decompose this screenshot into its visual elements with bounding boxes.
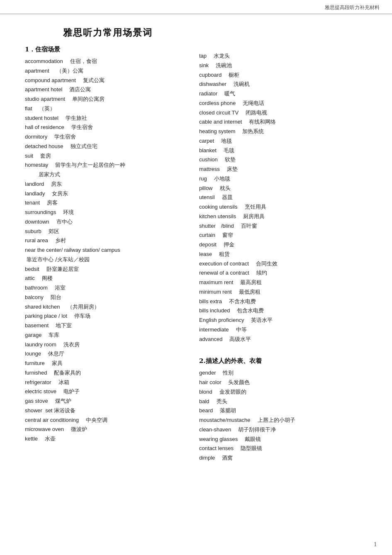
list-item: blanket 毛毯 — [199, 146, 377, 156]
list-item: cushion 软垫 — [199, 155, 377, 165]
list-item: parking place / lot 停车场 — [25, 312, 191, 321]
list-item: flat （英） — [25, 104, 191, 114]
list-item: intermediate 中等 — [199, 325, 377, 335]
list-item: minimum rent 最低房租 — [199, 287, 377, 297]
list-item: execution of contract 合同生效 — [199, 259, 377, 269]
list-item: rug 小地毯 — [199, 174, 377, 184]
list-item: lease 租赁 — [199, 250, 377, 259]
list-item: refrigerator 冰箱 — [25, 378, 191, 387]
list-item: beard 落腮胡 — [199, 406, 377, 416]
list-item: landlord 房东 — [25, 180, 191, 189]
list-item: suit 套房 — [25, 151, 191, 161]
right-vocab-list: tap 水龙头sink 洗碗池cupboard 橱柜dishwasher 洗碗机… — [199, 51, 377, 344]
list-item: laundry room 洗衣房 — [25, 340, 191, 350]
list-item: microwave oven 微波炉 — [25, 425, 191, 434]
list-item: wearing glasses 戴眼镜 — [199, 435, 377, 444]
list-item: bedsit 卧室兼起居室 — [25, 265, 191, 274]
list-item: compound apartment 复式公寓 — [25, 76, 191, 85]
list-item: apartment （美）公寓 — [25, 66, 191, 76]
right-column: tap 水龙头sink 洗碗池cupboard 橱柜dishwasher 洗碗机… — [199, 27, 377, 463]
list-item: pillow 枕头 — [199, 184, 377, 193]
list-item: homestay 留学生与户主一起居住的一种 居家方式 — [25, 161, 191, 180]
list-item: furniture 家具 — [25, 359, 191, 368]
list-item: detached house 独立式住宅 — [25, 142, 191, 151]
list-item: contact lenses 隐型眼镜 — [199, 444, 377, 453]
list-item: gender 性别 — [199, 368, 377, 378]
list-item: garage 车库 — [25, 331, 191, 340]
list-item: cooking utensils 烹饪用具 — [199, 202, 377, 212]
main-title: 雅思听力常用场景词 — [25, 27, 191, 39]
list-item: bills extra 不含水电费 — [199, 297, 377, 307]
list-item: curtain 窗帘 — [199, 231, 377, 240]
list-item: closed circuit TV 闭路电视 — [199, 108, 377, 118]
list-item: carpet 地毯 — [199, 136, 377, 146]
list-item: attic 阁楼 — [25, 274, 191, 283]
list-item: English proficiency 英语水平 — [199, 316, 377, 325]
list-item: rural area 乡村 — [25, 236, 191, 246]
list-item: kettle 水壶 — [25, 434, 191, 444]
list-item: bald 秃头 — [199, 397, 377, 407]
list-item: surroundings 环境 — [25, 208, 191, 217]
list-item: gas stove 煤气炉 — [25, 397, 191, 406]
section1-title: 1．住宿场景 — [25, 46, 191, 54]
list-item: radiator 暖气 — [199, 89, 377, 99]
list-item: bills included 包含水电费 — [199, 306, 377, 316]
list-item: shower set淋浴设备 — [25, 406, 191, 416]
list-item: electric stove 电炉子 — [25, 387, 191, 397]
list-item: tenant 房客 — [25, 198, 191, 208]
list-item: downtown 市中心 — [25, 217, 191, 227]
list-item: suburb 郊区 — [25, 227, 191, 236]
page-number: 1 — [374, 541, 377, 548]
list-item: apartment hotel 酒店公寓 — [25, 85, 191, 95]
list-item: clean-shaven 胡子刮得很干净 — [199, 425, 377, 435]
list-item: furnished 配备家具的 — [25, 368, 191, 378]
list-item: basement 地下室 — [25, 321, 191, 331]
list-item: sink 洗碗池 — [199, 61, 377, 71]
list-item: heating system 加热系统 — [199, 127, 377, 136]
list-item: maximum rent 最高房租 — [199, 278, 377, 287]
list-item: hair color 头发颜色 — [199, 378, 377, 387]
list-item: accommodation 住宿，食宿 — [25, 57, 191, 66]
list-item: cable and internet 有线和网络 — [199, 117, 377, 127]
list-item: bathroom 浴室 — [25, 283, 191, 293]
list-item: student hostel 学生旅社 — [25, 114, 191, 123]
list-item: lounge 休息厅 — [25, 349, 191, 359]
list-item: balcony 阳台 — [25, 293, 191, 302]
section2-vocab-list: gender 性别hair color 头发颜色blond 金发碧眼的bald … — [199, 368, 377, 463]
list-item: central air conditioning 中央空调 — [25, 416, 191, 425]
list-item: shared kitchen （共用厨房） — [25, 302, 191, 312]
list-item: shutter /blind 百叶窗 — [199, 222, 377, 231]
list-item: tap 水龙头 — [199, 51, 377, 61]
header-title: 雅思提高段听力补充材料 — [325, 4, 380, 11]
list-item: advanced 高级水平 — [199, 335, 377, 344]
list-item: moustache/mustache 上唇上的小胡子 — [199, 416, 377, 425]
list-item: studio apartment 单间的公寓房 — [25, 95, 191, 104]
list-item: renewal of a contract 续约 — [199, 268, 377, 278]
list-item: cordless phone 无绳电话 — [199, 99, 377, 108]
list-item: landlady 女房东 — [25, 189, 191, 199]
list-item: deposit 押金 — [199, 240, 377, 250]
list-item: near the center/ railway station/ campus… — [25, 246, 191, 265]
list-item: hall of residence 学生宿舍 — [25, 123, 191, 132]
list-item: cupboard 橱柜 — [199, 71, 377, 80]
list-item: utensil 器皿 — [199, 193, 377, 202]
section2-title: 2.描述人的外表、衣着 — [199, 357, 377, 365]
list-item: mattress 床垫 — [199, 165, 377, 174]
list-item: blond 金发碧眼的 — [199, 387, 377, 397]
list-item: dishwasher 洗碗机 — [199, 80, 377, 89]
left-vocab-list: accommodation 住宿，食宿apartment （美）公寓compou… — [25, 57, 191, 444]
list-item: dormitory 学生宿舍 — [25, 132, 191, 142]
left-column: 雅思听力常用场景词 1．住宿场景 accommodation 住宿，食宿apar… — [25, 27, 199, 463]
list-item: dimple 酒窝 — [199, 453, 377, 463]
list-item: kitchen utensils 厨房用具 — [199, 212, 377, 222]
